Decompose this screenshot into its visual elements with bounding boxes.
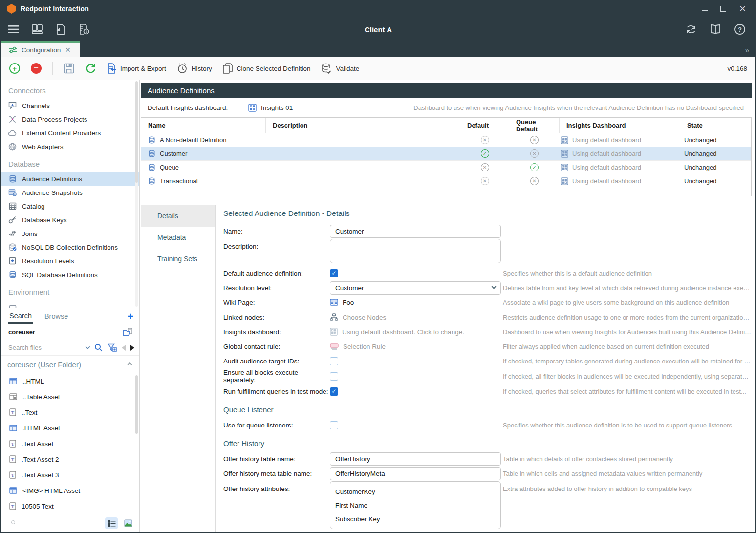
sidebar-item-web-adapters[interactable]: Web Adapters (1, 140, 139, 153)
tab-training-sets[interactable]: Training Sets (141, 248, 215, 270)
next-result-icon[interactable] (130, 345, 134, 351)
sidebar-item-resolution-levels[interactable]: Resolution Levels (1, 254, 139, 268)
tab-configuration[interactable]: Configuration ✕ (1, 41, 80, 57)
file-item[interactable]: .HTML Asset (1, 420, 139, 436)
clone-button[interactable]: Clone Selected Definition (223, 63, 311, 74)
sidebar-item-nosql-db-collection-definitions[interactable]: NoSQL DB Collection Definitions (1, 240, 139, 254)
tab-search[interactable]: Search (8, 309, 33, 324)
run-fulfillment-checkbox[interactable] (330, 387, 338, 396)
file-list-scrollbar[interactable] (135, 375, 138, 434)
documentation-icon[interactable] (709, 23, 722, 36)
search-query[interactable]: coreuser (8, 328, 35, 336)
column-header-default[interactable]: Default (460, 118, 509, 133)
file-item[interactable]: T .Text Asset (1, 436, 139, 451)
remove-button[interactable]: − (31, 63, 42, 74)
table-row[interactable]: Queue ✕ ✓ Using default dashboard Unchan… (141, 161, 751, 174)
file-item[interactable]: ..HTML (1, 373, 139, 389)
file-history-icon[interactable] (78, 23, 90, 36)
audit-ids-checkbox[interactable] (330, 357, 338, 365)
help-icon[interactable]: ? (734, 23, 746, 36)
file-name: ..Table Asset (22, 393, 60, 401)
tab-details[interactable]: Details (141, 205, 215, 227)
filter-icon[interactable] (108, 343, 117, 352)
linked-nodes-value: Choose Nodes (343, 314, 386, 321)
sidebar-item-partial[interactable] (1, 300, 139, 308)
default-dashboard-value[interactable]: Insights 01 (248, 104, 293, 112)
file-item[interactable]: T .Text Asset 3 (1, 467, 139, 483)
column-header-state[interactable]: State (680, 118, 734, 133)
offer-history-meta-input[interactable] (330, 467, 501, 480)
choose-nodes-button[interactable]: Choose Nodes (330, 313, 501, 321)
sidebar-item-sql-database-definitions[interactable]: SQL Database Definitions (1, 268, 139, 281)
offer-history-attributes-list[interactable]: CustomerKey First Name Subscriber Key (330, 481, 501, 529)
file-item[interactable]: T .Text Asset 2 (1, 451, 139, 467)
database-icon (148, 164, 155, 171)
close-icon[interactable]: ✕ (739, 6, 746, 12)
default-audience-checkbox[interactable] (330, 269, 338, 277)
collapse-chevron-icon[interactable] (128, 362, 132, 367)
tab-overflow-icon[interactable]: » (745, 46, 748, 54)
list-view-button[interactable] (105, 517, 118, 529)
validate-button[interactable]: Validate (321, 63, 359, 74)
offer-history-table-input[interactable] (330, 452, 501, 466)
tab-close-icon[interactable]: ✕ (65, 46, 71, 54)
tab-metadata[interactable]: Metadata (141, 227, 215, 248)
workspaces-icon[interactable] (31, 23, 43, 36)
history-button[interactable]: History (177, 63, 212, 74)
name-input[interactable] (330, 225, 501, 238)
sidebar-item-channels[interactable]: Channels (1, 99, 139, 112)
use-for-queue-checkbox[interactable] (330, 421, 338, 429)
attribute-item[interactable]: Subscriber Key (330, 512, 500, 526)
search-files-input[interactable] (8, 344, 81, 351)
column-header-name[interactable]: Name (141, 118, 266, 133)
add-search-button[interactable]: + (128, 312, 133, 320)
hamburger-menu-icon[interactable] (7, 23, 20, 36)
left-sidebar: Connectors Channels Data Process Project… (1, 80, 140, 532)
search-icon[interactable] (94, 343, 103, 352)
folder-group-header[interactable]: coreuser (User Folder) (1, 356, 139, 373)
table-row-selected[interactable]: Customer ✓ ✕ Using default dashboard Unc… (141, 147, 751, 161)
sidebar-item-joins[interactable]: Joins (1, 227, 139, 240)
tab-browse[interactable]: Browse (43, 309, 69, 323)
wiki-page-link[interactable]: Foo (330, 299, 501, 306)
description-input[interactable] (330, 239, 501, 263)
image-view-button[interactable] (122, 517, 134, 529)
table-row[interactable]: A Non-default Definition ✕ ✕ Using defau… (141, 133, 751, 147)
resolution-level-select[interactable]: Customer (330, 281, 501, 295)
selection-rule-button[interactable]: Selection Rule (330, 343, 501, 350)
sidebar-scrollbar[interactable] (135, 81, 138, 307)
add-button[interactable]: + (9, 63, 20, 74)
import-export-button[interactable]: Import & Export (107, 63, 166, 74)
section-environment: Environment (1, 281, 139, 300)
file-item[interactable]: T 10505 Text (1, 498, 139, 514)
file-item[interactable]: T ..Text (1, 405, 139, 420)
attribute-item[interactable]: First Name (330, 498, 500, 512)
column-header-insights-dashboard[interactable]: Insights Dashboard (560, 118, 680, 133)
attribute-item[interactable]: CustomerKey (330, 485, 500, 498)
search-options-chevron-icon[interactable] (86, 344, 90, 349)
table-row[interactable]: Transactional ✕ ✕ Using default dashboar… (141, 174, 751, 188)
minimize-icon[interactable] (702, 7, 708, 11)
column-header-queue-default[interactable]: Queue Default (509, 118, 560, 133)
dashboard-icon (330, 328, 338, 336)
sidebar-item-database-keys[interactable]: Database Keys (1, 213, 139, 227)
sidebar-item-catalog[interactable]: Catalog (1, 199, 139, 213)
maximize-icon[interactable] (720, 6, 726, 12)
new-file-icon[interactable] (54, 23, 67, 36)
sidebar-item-data-process-projects[interactable]: Data Process Projects (1, 112, 139, 126)
sidebar-item-external-content-providers[interactable]: External Content Providers (1, 126, 139, 140)
column-header-description[interactable]: Description (266, 118, 460, 133)
save-button[interactable] (64, 63, 74, 74)
previous-result-icon[interactable] (122, 345, 126, 351)
file-item[interactable]: ..Table Asset (1, 389, 139, 405)
ensure-blocks-checkbox[interactable] (330, 372, 338, 381)
insights-dashboard-button[interactable]: Using default dashboard. Click to change… (330, 328, 501, 336)
default-no-icon: ✕ (481, 177, 489, 185)
refresh-button[interactable] (85, 63, 96, 74)
data-process-icon (8, 115, 17, 124)
sidebar-item-audience-snapshots[interactable]: Audience Snapshots (1, 186, 139, 199)
file-item[interactable]: <IMG> HTML Asset (1, 483, 139, 498)
sync-status-icon[interactable] (685, 23, 697, 36)
sidebar-item-audience-definitions[interactable]: Audience Definitions (1, 172, 139, 186)
open-folder-copy-icon[interactable] (123, 327, 133, 337)
